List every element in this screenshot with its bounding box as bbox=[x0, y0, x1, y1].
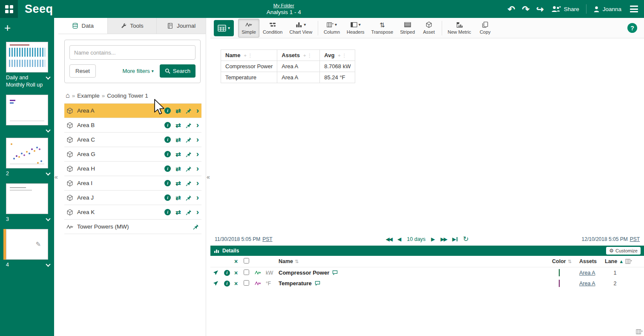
app-launcher-button[interactable] bbox=[0, 0, 18, 18]
navigate-icon[interactable] bbox=[213, 270, 224, 275]
step-forward-button[interactable]: ▶ bbox=[431, 237, 435, 242]
step-back-fast-button[interactable]: ◀◀ bbox=[386, 237, 392, 242]
tab-journal[interactable]: Journal bbox=[156, 18, 206, 34]
step-to-end-button[interactable]: ▶ bbox=[452, 237, 457, 242]
compare-icon[interactable]: ⇄ bbox=[175, 107, 181, 114]
move-icon[interactable]: + bbox=[244, 53, 247, 58]
refresh-icon[interactable]: ↻ bbox=[463, 236, 469, 243]
info-icon[interactable]: i bbox=[164, 122, 171, 128]
chevron-down-icon[interactable] bbox=[46, 127, 50, 132]
chevron-right-icon[interactable]: › bbox=[196, 121, 199, 129]
pin-icon[interactable] bbox=[193, 224, 199, 230]
toolbar-button-simple[interactable]: Simple bbox=[238, 19, 259, 38]
column-header-name[interactable]: Name+⋮ bbox=[221, 50, 277, 61]
redo-icon[interactable]: ↷ bbox=[522, 5, 529, 14]
timezone-link[interactable]: PST bbox=[262, 236, 272, 242]
asset-row[interactable]: Area A i ⇄ › bbox=[64, 103, 201, 118]
tab-tools[interactable]: Tools bbox=[107, 18, 157, 34]
info-icon[interactable]: i bbox=[164, 180, 171, 186]
column-header-avg[interactable]: Avg+⋮ bbox=[320, 50, 355, 61]
customize-button[interactable]: ⚙ Customize bbox=[606, 247, 641, 255]
info-icon[interactable]: i bbox=[164, 165, 171, 172]
breadcrumb-link-cooling-tower[interactable]: Cooling Tower 1 bbox=[107, 93, 148, 99]
details-row[interactable]: i × kW Compressor Power Area A 1 bbox=[210, 267, 644, 278]
pin-icon[interactable] bbox=[186, 108, 192, 114]
compare-icon[interactable]: ⇄ bbox=[175, 194, 181, 201]
worksheet-item-active[interactable]: ✎ 4 bbox=[0, 229, 54, 269]
asset-row[interactable]: Area B i ⇄ › bbox=[64, 118, 201, 132]
tab-data[interactable]: Data bbox=[58, 18, 107, 34]
annotation-icon[interactable] bbox=[332, 270, 338, 275]
chevron-right-icon[interactable]: › bbox=[196, 179, 199, 187]
worksheet-thumbnail[interactable]: ✎ bbox=[6, 229, 48, 260]
help-button[interactable]: ? bbox=[627, 23, 637, 33]
collapse-data-panel-handle[interactable]: « bbox=[206, 18, 210, 336]
annotation-icon[interactable] bbox=[315, 281, 320, 286]
reset-button[interactable]: Reset bbox=[69, 64, 96, 78]
toolbar-button-condition[interactable]: Condition bbox=[259, 19, 286, 38]
worksheet-thumbnail[interactable] bbox=[6, 183, 48, 214]
details-column-assets[interactable]: Assets bbox=[579, 258, 605, 264]
color-swatch[interactable] bbox=[559, 280, 560, 287]
asset-row[interactable]: Area H i ⇄ › bbox=[64, 161, 201, 176]
compare-icon[interactable]: ⇄ bbox=[175, 209, 181, 215]
display-range-start[interactable]: 11/30/2018 5:05 PM bbox=[215, 236, 260, 242]
toolbar-button-copy[interactable]: Copy bbox=[474, 19, 496, 38]
chevron-right-icon[interactable]: › bbox=[196, 164, 199, 172]
pin-icon[interactable] bbox=[186, 195, 192, 201]
hamburger-menu-icon[interactable] bbox=[628, 6, 638, 12]
pin-icon[interactable] bbox=[186, 209, 192, 215]
details-column-name[interactable]: Name⇅ bbox=[279, 258, 552, 264]
toolbar-button-new-metric[interactable]: New Metric bbox=[444, 19, 474, 38]
timezone-link[interactable]: PST bbox=[630, 236, 640, 242]
worksheet-item[interactable] bbox=[0, 95, 54, 132]
asset-row[interactable]: Area I i ⇄ › bbox=[64, 176, 201, 190]
pin-icon[interactable] bbox=[186, 122, 192, 128]
asset-link[interactable]: Area A bbox=[579, 281, 605, 287]
view-selector-button[interactable]: ▾ bbox=[214, 20, 234, 36]
table-row[interactable]: Temperature Area A 85.24 °F bbox=[221, 72, 355, 83]
navigate-icon[interactable] bbox=[213, 281, 224, 286]
details-row[interactable]: i × °F Temperature Area A 2 bbox=[210, 278, 644, 289]
asset-row[interactable]: Area J i ⇄ › bbox=[64, 190, 201, 205]
remove-all-button[interactable]: × bbox=[234, 258, 244, 265]
info-icon[interactable]: i bbox=[164, 136, 171, 143]
add-column-icon[interactable] bbox=[636, 328, 643, 335]
compare-icon[interactable]: ⇄ bbox=[175, 151, 181, 157]
compare-icon[interactable]: ⇄ bbox=[175, 136, 181, 143]
forward-share-icon[interactable]: ↪ bbox=[536, 5, 544, 14]
toolbar-button-striped[interactable]: Striped bbox=[397, 19, 418, 38]
share-button[interactable]: Share bbox=[551, 5, 579, 13]
pin-icon[interactable] bbox=[186, 151, 192, 157]
chevron-down-icon[interactable] bbox=[46, 75, 50, 79]
undo-icon[interactable]: ↶ bbox=[508, 5, 515, 14]
grip-icon[interactable]: ⋮ bbox=[307, 53, 313, 58]
select-all-checkbox[interactable] bbox=[244, 258, 249, 264]
pin-icon[interactable] bbox=[186, 166, 192, 172]
row-checkbox[interactable] bbox=[244, 269, 249, 275]
pin-icon[interactable] bbox=[186, 137, 192, 143]
info-icon[interactable]: i bbox=[164, 194, 171, 201]
compare-icon[interactable]: ⇄ bbox=[175, 122, 181, 128]
toolbar-button-transpose[interactable]: ⇅ Transpose bbox=[368, 19, 397, 38]
signal-row[interactable]: Tower Powers (MW) bbox=[64, 219, 201, 234]
more-filters-link[interactable]: More filters ▾ bbox=[122, 68, 153, 74]
worksheet-item[interactable]: 2 bbox=[0, 138, 54, 177]
grip-icon[interactable]: ⋮ bbox=[342, 53, 348, 58]
display-range-end[interactable]: 12/10/2018 5:05 PM bbox=[582, 236, 628, 242]
collapse-sidebar-handle[interactable]: « bbox=[54, 18, 58, 336]
info-icon[interactable]: i bbox=[224, 281, 230, 287]
chevron-right-icon[interactable]: › bbox=[196, 135, 199, 143]
info-icon[interactable]: i bbox=[164, 209, 171, 215]
chevron-right-icon[interactable]: › bbox=[196, 208, 199, 216]
column-header-assets[interactable]: Assets+⋮ bbox=[277, 50, 320, 61]
duration-label[interactable]: 10 days bbox=[407, 236, 426, 242]
toolbar-button-headers[interactable]: ▾ Headers bbox=[343, 19, 368, 38]
pin-icon[interactable] bbox=[186, 180, 192, 186]
row-checkbox[interactable] bbox=[244, 280, 249, 286]
worksheet-item[interactable]: 3 bbox=[0, 183, 54, 223]
toolbar-button-chart-view[interactable]: ▾ Chart View bbox=[286, 19, 316, 38]
info-icon[interactable]: i bbox=[164, 107, 171, 114]
column-options-icon[interactable] bbox=[625, 258, 642, 265]
chevron-down-icon[interactable] bbox=[46, 216, 50, 221]
